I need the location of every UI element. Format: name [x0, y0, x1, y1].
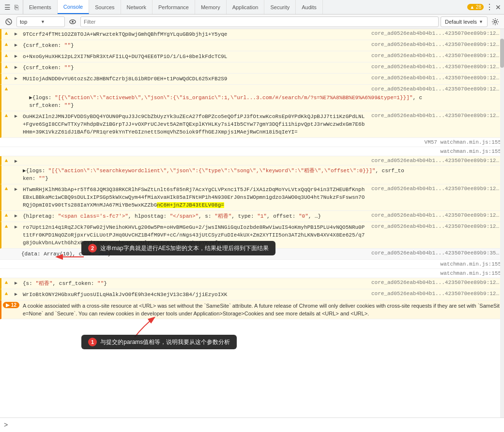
console-row: ▲ ▶ {hlpretag: "<span class='s-fc7'>", h… — [0, 211, 504, 222]
cookie-content: A cookie associated with a cross-site re… — [21, 301, 504, 318]
console-row: watchman.min.js:155 — [0, 269, 504, 278]
warn-icon: ▲ — [1, 63, 11, 70]
expand-arrow[interactable]: ▶ — [11, 157, 21, 164]
tab-bar-right: ▲ 28 ⋮ ✕ — [464, 0, 504, 14]
console-row: ▲ ▶ HTwmRHjKlhM63bAp+r5Tf68JQM3Q38RKCRlh… — [0, 184, 504, 211]
settings-button[interactable] — [489, 16, 501, 28]
tab-network[interactable]: Network — [121, 0, 153, 14]
row-source[interactable]: core_ad0526eab4b04b1...4235070ee89b9:121… — [368, 52, 504, 60]
tab-memory[interactable]: Memory — [195, 0, 227, 14]
tab-security[interactable]: Security — [264, 0, 296, 14]
expand-arrow[interactable]: ▶ — [11, 41, 21, 48]
console-row: VM57 watchman.min.js:155 — [0, 138, 504, 147]
expand-arrow[interactable]: ▶ — [11, 63, 21, 70]
expand-arrow[interactable]: ▶ — [11, 223, 21, 230]
row-source[interactable]: VM57 watchman.min.js:155 — [407, 138, 504, 146]
tab-audits[interactable]: Audits — [296, 0, 323, 14]
console-input-field[interactable] — [11, 422, 500, 428]
toolbar: top ▼ Default levels ▼ — [0, 15, 504, 29]
row-source[interactable]: core_ad0526eab4b04b1...4235070ee89b9:121… — [368, 30, 504, 37]
context-selector[interactable]: top ▼ — [16, 16, 65, 27]
no-arrow — [10, 249, 19, 250]
row-source[interactable]: core_ad0526eab4b04b1...4235070ee89b9:121… — [368, 41, 504, 48]
warn-icon: ▲ — [1, 30, 11, 36]
no-icon — [0, 249, 10, 250]
warn-icon: ▲ — [1, 211, 11, 218]
row-content: MU1IojAdNDD0vYU6tozsZcJBHBNfCzrbj8LGibRD… — [21, 74, 368, 84]
expand-arrow[interactable]: ▶ — [11, 112, 21, 119]
expand-arrow[interactable]: ▶ — [11, 211, 21, 219]
warn-icon — [1, 166, 11, 167]
row-content — [19, 138, 407, 140]
clear-console-button[interactable] — [3, 16, 15, 28]
warning-badge: ▲ 28 — [467, 4, 484, 10]
no-arrow — [10, 269, 19, 270]
cookie-count: ▶ 12 — [3, 302, 19, 308]
tab-console[interactable]: Console — [58, 0, 89, 14]
no-icon — [0, 260, 10, 261]
row-content: {csrf_token: ""} — [21, 41, 368, 50]
row-source[interactable]: core_ad0526eab4b04b1...4235070ee89b9:121… — [368, 223, 504, 230]
scrollbar-track[interactable] — [500, 29, 504, 417]
row-source[interactable]: core_ad0526eab4b04b1...4235070ee89b9:121… — [368, 185, 504, 193]
row-content: WrIoBtkONY2HGbxuRfjuosUILqHalkJvO0fE9h3e… — [21, 290, 368, 299]
filter-input[interactable] — [84, 19, 435, 25]
close-icon[interactable]: ✕ — [495, 3, 501, 11]
no-icon — [0, 269, 10, 270]
row-source[interactable] — [407, 166, 504, 168]
cookie-count-badge: ▶ 12 — [1, 301, 21, 309]
console-row: ▲ ▶ {csrf_token: ""} core_ad0526eab4b04b… — [0, 40, 504, 51]
no-arrow — [10, 138, 19, 139]
row-source[interactable]: core_ad0526eab4b04b1...4235070ee89b9:121… — [368, 279, 504, 286]
no-icon — [0, 138, 10, 139]
tab-sources[interactable]: Sources — [89, 0, 121, 14]
row-content — [19, 260, 407, 262]
console-row: ▲ ▶ {s: "稻香", csrf_token: ""} core_ad052… — [0, 278, 504, 289]
row-source[interactable]: watchman.min.js:155 — [407, 269, 504, 277]
expand-arrow[interactable]: ▶ — [11, 30, 21, 37]
row-content — [21, 85, 368, 87]
warn-icon: ▲ — [1, 85, 11, 92]
row-source[interactable]: core_ad0526eab4b04b1...4235070ee89b9:121… — [368, 74, 504, 82]
tab-elements[interactable]: Elements — [23, 0, 58, 14]
devtools-icon-1[interactable]: ☰ — [3, 2, 12, 12]
row-source[interactable]: core_ad0526eab4b04b1...4235070ee89b9:121… — [368, 85, 504, 93]
expand-arrow[interactable]: ▶ — [11, 52, 21, 59]
console-row: {data: Array(10), code: 200} core_ad0526… — [0, 249, 504, 260]
warn-icon: ▲ — [1, 223, 11, 229]
warn-icon: ▲ — [1, 290, 11, 297]
annotation-bubble-1: 1 与提交的params值相等，说明我要从这个参数分析 — [81, 335, 237, 349]
devtools-icon-2[interactable]: ⎘ — [13, 2, 20, 12]
eye-button[interactable] — [67, 16, 78, 28]
console-row: ▲ ▶ o+NxoGyHuXHK12pL2XI7NFbR3XtAFI1LQ+DU… — [0, 51, 504, 62]
row-source[interactable]: core_ad0526eab4b04b1...4235070ee89b9:121… — [368, 211, 504, 219]
row-source[interactable]: core_ad0526eab4b04b1...4235070ee89b9:358… — [368, 249, 504, 257]
expand-arrow[interactable]: ▶ — [11, 279, 21, 286]
console-row: watchman.min.js:155 — [0, 147, 504, 156]
level-selector[interactable]: Default levels ▼ — [441, 16, 488, 27]
console-row: ▲ ▶ core_ad0526eab4b04b1...4235070ee89b9… — [0, 156, 504, 165]
no-arrow — [10, 148, 19, 149]
filter-box[interactable] — [80, 16, 439, 27]
row-source[interactable]: core_ad0526eab4b04b1...4235070ee89b9:121… — [368, 157, 504, 164]
row-source[interactable]: watchman.min.js:155 — [407, 260, 504, 268]
console-row: ▲ ▶ {csrf_token: ""} core_ad0526eab4b04b… — [0, 62, 504, 74]
expand-arrow[interactable]: ▶ — [11, 290, 21, 297]
row-content-expanded: ▶{logs: "[{\"action\":\"activeweb\",\"js… — [21, 93, 504, 110]
row-source[interactable]: core_ad0526eab4b04b1...4235070ee89b9:121… — [368, 290, 504, 298]
row-source[interactable]: core_ad0526eab4b04b1...4235070ee89b9:121… — [368, 112, 504, 119]
expand-arrow[interactable]: ▶ — [11, 74, 21, 81]
console-row: ▲ ▶ ro7Upt12n14q1RqZJCk70Fw02jVNeihoKHVL… — [0, 222, 504, 249]
expand-arrow[interactable]: ▶ — [11, 185, 21, 192]
level-label: Default levels — [445, 19, 477, 25]
row-content — [19, 148, 407, 149]
level-arrow-icon: ▼ — [479, 19, 483, 24]
more-icon[interactable]: ⋮ — [486, 2, 493, 12]
scrollbar-thumb[interactable] — [500, 39, 504, 68]
tab-application[interactable]: Application — [227, 0, 265, 14]
tab-performance[interactable]: Performance — [153, 0, 195, 14]
row-source[interactable]: core_ad0526eab4b04b1...4235070ee89b9:121… — [368, 63, 504, 71]
row-content: ro7Upt12n14q1RqZJCk70Fw02jVNeihoKHVLg206… — [21, 223, 368, 248]
row-content: {s: "稻香", csrf_token: ""} — [21, 279, 368, 288]
row-source[interactable]: watchman.min.js:155 — [407, 148, 504, 155]
